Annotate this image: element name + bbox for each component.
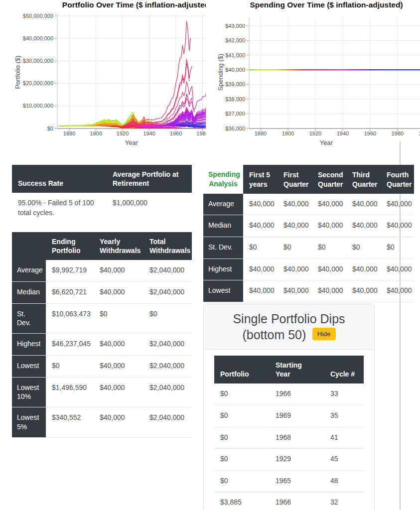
cell: $0 — [381, 237, 414, 258]
y-tick-label: $40,000 — [225, 67, 245, 73]
table-row: $0196548 — [214, 470, 364, 492]
cell: $40,000 — [94, 377, 143, 407]
cell: 95.00% - Failed 5 of 100 total cycles. — [12, 193, 107, 224]
y-tick-label: $42,000 — [225, 37, 245, 43]
header-cell: Yearly Withdrawals — [94, 232, 143, 260]
cell: $0 — [214, 405, 270, 427]
cell: 1966 — [270, 383, 324, 405]
y-tick-label: $36,000 — [225, 126, 245, 131]
cell: $40,000 — [346, 280, 381, 302]
cell: $2,040,000 — [143, 260, 192, 281]
header-cell: Average Portfolio at Retirement — [107, 165, 192, 193]
header-cell: Cycle # — [324, 356, 364, 383]
table-row: $0196633 — [214, 383, 364, 405]
portfolio-xaxis-label: Year — [125, 139, 139, 146]
cell: $1,496,590 — [46, 377, 94, 407]
row-label: Highest — [203, 258, 243, 280]
cell: $40,000 — [312, 280, 346, 302]
cell: $2,040,000 — [143, 334, 192, 356]
x-tick-label: 1900 — [90, 130, 102, 136]
single-portfolio-dips-card: Single Portfolio Dips (bottom 50) Hide P… — [203, 304, 375, 510]
cell: $40,000 — [278, 194, 312, 215]
table-row: $3,885196632 — [214, 492, 364, 510]
y-tick-label: $38,000 — [225, 96, 245, 102]
cell: $40,000 — [381, 280, 414, 302]
x-tick-label: 1940 — [143, 130, 155, 136]
spending-xaxis-label: Year — [320, 139, 333, 146]
row-label: St. Dev. — [203, 237, 243, 258]
cell: $40,000 — [381, 258, 414, 280]
cell: 48 — [324, 470, 364, 492]
portfolio-yaxis-label: Portfolio ($) — [14, 55, 21, 89]
spending-analysis-link[interactable]: Spending Analysis — [203, 165, 243, 194]
cell: 41 — [324, 427, 364, 449]
x-tick-label: 1880 — [63, 130, 75, 136]
cell: $40,000 — [94, 281, 143, 303]
row-label: Lowest — [203, 280, 243, 302]
x-tick-label: 1980 — [392, 130, 404, 136]
cell: $0 — [243, 237, 278, 258]
cell: $0 — [312, 237, 346, 258]
spending-analysis-grid: Spending AnalysisFirst 5 yearsFirst Quar… — [203, 165, 414, 302]
cell: $40,000 — [381, 215, 414, 237]
y-tick-label: $20,000,000 — [23, 80, 53, 86]
cell: $40,000 — [278, 215, 312, 237]
cell: $3,885 — [214, 492, 270, 510]
y-tick-label: $43,000 — [225, 23, 245, 29]
cell: $2,040,000 — [143, 281, 192, 303]
cell: $40,000 — [312, 258, 346, 280]
cell: 33 — [324, 383, 364, 405]
cell: $40,000 — [94, 260, 143, 281]
portfolio-over-time-chart: $0$10,000,000$20,000,000$30,000,000$40,0… — [0, 0, 206, 149]
table-row: Median$6,620,721$40,000$2,040,000 — [12, 281, 192, 303]
hide-button[interactable]: Hide — [312, 328, 336, 340]
row-label: Average — [203, 194, 243, 215]
x-tick-label: 1960 — [170, 130, 182, 136]
y-tick-label: $30,000,000 — [23, 58, 53, 64]
portfolio-stats-table: Ending PortfolioYearly WithdrawalsTotal … — [12, 232, 192, 438]
cell: $0 — [214, 427, 270, 449]
table-row: Lowest$0$40,000$2,040,000 — [12, 355, 192, 377]
row-label: Highest — [12, 334, 46, 356]
cell: $9,992,719 — [46, 260, 94, 281]
cell: $2,040,000 — [143, 407, 192, 438]
cell: 45 — [324, 449, 364, 471]
header-cell — [12, 232, 46, 260]
cell: $340,552 — [46, 407, 94, 438]
cell: $0 — [278, 237, 312, 258]
cell: 32 — [324, 492, 364, 510]
cell: $0 — [214, 470, 270, 492]
dips-card-header: Single Portfolio Dips (bottom 50) Hide — [204, 304, 374, 350]
header-cell: First 5 years — [243, 165, 278, 194]
dips-card-body: PortfolioStarting YearCycle #$0196633$01… — [204, 350, 374, 510]
table-row: $0196841 — [214, 427, 364, 449]
success-rate-table: Success RateAverage Portfolio at Retirem… — [12, 165, 192, 224]
row-label: Lowest — [12, 355, 46, 377]
row-label: St. Dev. — [12, 303, 46, 334]
cell: $0 — [46, 355, 94, 377]
cell: $2,040,000 — [143, 355, 192, 377]
cell: $40,000 — [243, 280, 278, 302]
cell: $40,000 — [312, 194, 346, 215]
spending-over-time-chart: $36,000$37,000$38,000$39,000$40,000$41,0… — [209, 0, 420, 149]
cell: $40,000 — [94, 334, 143, 356]
cell: $40,000 — [278, 258, 312, 280]
x-tick-label: 1880 — [255, 130, 267, 136]
y-tick-label: $10,000,000 — [23, 103, 53, 109]
cell: 1929 — [270, 449, 324, 471]
cell: $40,000 — [346, 215, 381, 237]
dips-grid: PortfolioStarting YearCycle #$0196633$01… — [214, 356, 364, 510]
table-row: Average$9,992,719$40,000$2,040,000 — [12, 260, 192, 281]
table-row: Highest$40,000$40,000$40,000$40,000$40,0… — [203, 258, 414, 280]
table-row: $0196935 — [214, 405, 364, 427]
row-label: Lowest 10% — [12, 377, 46, 407]
table-row: Average$40,000$40,000$40,000$40,000$40,0… — [203, 194, 414, 215]
portfolio-cycle-line — [123, 21, 190, 126]
x-tick-label: 1920 — [309, 130, 321, 136]
spending-yaxis-label: Spending ($) — [217, 54, 224, 91]
cell: $2,040,000 — [143, 377, 192, 407]
spending-chart-title: Spending Over Time ($ inflation-adjusted… — [250, 0, 403, 9]
success-rate-grid: Success RateAverage Portfolio at Retirem… — [12, 165, 192, 224]
spending-analysis-table: Spending AnalysisFirst 5 yearsFirst Quar… — [203, 165, 414, 302]
header-cell: Fourth Quarter — [381, 165, 414, 194]
